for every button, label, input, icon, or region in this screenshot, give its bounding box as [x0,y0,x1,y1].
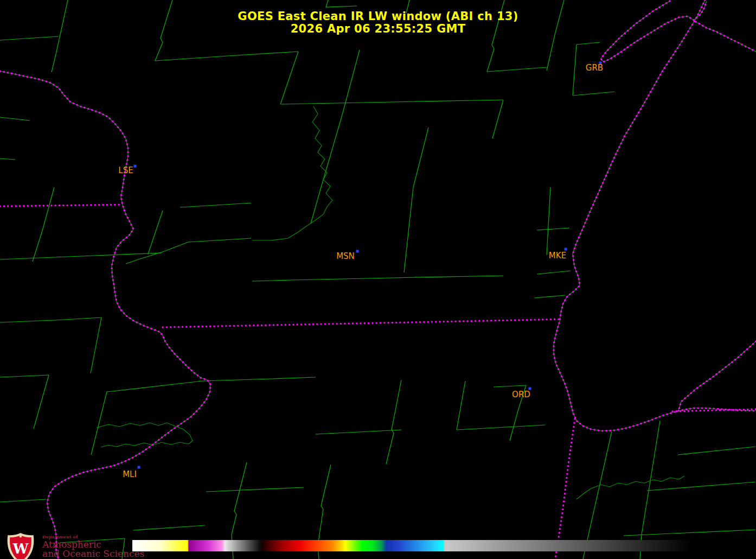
counties-line [107,377,316,392]
station-label: GRB [586,63,603,73]
counties-line [0,36,59,40]
station-dot [565,248,567,251]
satellite-image-viewport: LSEGRBMSNMKEORDMLI GOES East Clean IR LW… [0,0,756,559]
counties-line [326,0,357,7]
counties-line [206,487,304,492]
counties-line [624,530,755,536]
counties-line [678,447,755,455]
counties-line [0,253,162,259]
state-border-line [0,205,122,206]
state-border-line [0,71,210,559]
station-label: MSN [336,251,355,261]
rivers-line [252,106,332,240]
counties-line [573,45,576,96]
counties-line [647,482,755,491]
counties-line [457,425,545,430]
counties-line [0,375,49,377]
svg-text:W: W [12,541,29,557]
station-dot [134,165,137,168]
title-line1: GOES East Clean IR LW window (ABI ch 13) [0,10,756,23]
counties-line [280,52,298,104]
state-border-line [678,341,756,411]
image-title: GOES East Clean IR LW window (ABI ch 13)… [0,10,756,35]
station-label: MLI [123,469,137,479]
uw-crest-icon: W [3,532,38,559]
counties-line [33,187,54,262]
rivers-line [576,476,684,499]
counties-line [494,385,526,387]
counties-line [280,100,503,104]
counties-line [386,380,401,464]
counties-line [180,203,251,207]
counties-line [148,211,163,254]
map-canvas: LSEGRBMSNMKEORDMLI [0,0,756,559]
station-label: MKE [549,251,566,261]
state-border-line [555,419,575,559]
counties-line [547,187,550,255]
counties-line [0,317,101,322]
counties-line [487,67,547,72]
counties-line [34,375,49,429]
counties-line [91,392,107,455]
counties-line [457,381,465,430]
station-dot [138,466,140,469]
logo-name-line2: and Oceanic Sciences [42,549,144,558]
station-label: ORD [512,390,530,399]
counties-line [404,128,428,272]
counties-line [576,42,600,45]
counties-line [91,317,101,373]
title-line2: 2026 Apr 06 23:55:25 GMT [0,23,756,35]
counties-line [573,92,614,96]
counties-line [537,271,571,274]
state-border-line [163,319,561,327]
logo-text-block: Department of Atmospheric and Oceanic Sc… [42,532,144,558]
counties-line [316,430,401,434]
station-dot [356,250,359,253]
counties-line [534,295,565,298]
counties-line [188,238,251,242]
temperature-color-scale [132,540,691,551]
station-label: LSE [118,166,133,175]
counties-line [155,52,298,61]
counties-line [133,525,205,530]
counties-line [537,228,569,230]
counties-line [0,158,15,160]
counties-line [0,117,30,120]
counties-line [252,276,503,281]
shores-green-line [0,71,210,559]
counties-line [492,100,503,138]
counties-line [0,499,46,502]
counties-line [311,50,360,224]
uw-aos-logo: W Department of Atmospheric and Oceanic … [3,532,144,559]
